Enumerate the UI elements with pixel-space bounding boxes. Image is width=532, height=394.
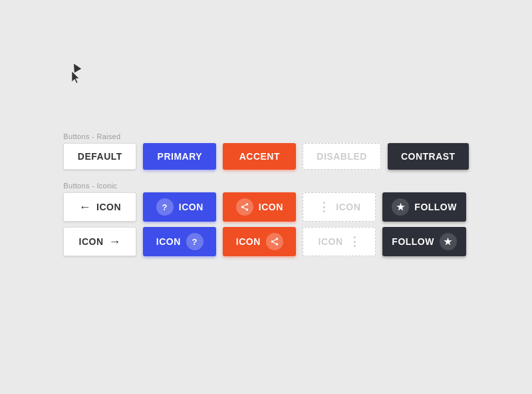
svg-point-6 <box>271 240 274 243</box>
svg-point-7 <box>276 243 279 246</box>
icon-disabled-dots-button: ⋮ ICON <box>303 192 376 222</box>
main-content: Buttons - Raised DEFAULT PRIMARY ACCENT … <box>50 119 481 275</box>
iconic-section: Buttons - Iconic ← ICON ? ICON <box>63 182 468 262</box>
raised-button-row: DEFAULT PRIMARY ACCENT DISABLED CONTRAST <box>63 143 468 170</box>
primary-button[interactable]: PRIMARY <box>143 143 216 170</box>
page-container: Buttons - Raised DEFAULT PRIMARY ACCENT … <box>0 0 532 394</box>
icon-contrast-follow2-button[interactable]: FOLLOW ★ <box>382 227 466 256</box>
svg-point-5 <box>276 238 279 240</box>
svg-point-2 <box>246 208 249 211</box>
iconic-row-1: ← ICON ? ICON <box>63 192 468 222</box>
raised-section: Buttons - Raised DEFAULT PRIMARY ACCENT … <box>63 132 468 175</box>
star-right-icon: ★ <box>440 233 457 250</box>
icon-primary-q2-button[interactable]: ICON ? <box>143 227 216 256</box>
svg-line-3 <box>243 208 246 209</box>
dots-icon: ⋮ <box>318 200 331 214</box>
share-icon <box>236 198 253 216</box>
icon-default-right-button[interactable]: ICON → <box>63 227 136 256</box>
dots-right-icon: ⋮ <box>348 234 361 249</box>
icon-disabled-dots2-button: ICON ⋮ <box>303 227 376 256</box>
share-right-icon <box>266 233 283 250</box>
arrow-right-icon: → <box>109 235 122 249</box>
icon-default-left-button[interactable]: ← ICON <box>63 192 136 222</box>
contrast-button[interactable]: CONTRAST <box>388 143 469 170</box>
svg-point-0 <box>246 203 249 206</box>
raised-section-label: Buttons - Raised <box>63 132 468 140</box>
accent-button[interactable]: ACCENT <box>223 143 296 170</box>
icon-contrast-follow-button[interactable]: ★ FOLLOW <box>382 192 466 222</box>
iconic-row-2: ICON → ICON ? ICON <box>63 227 468 256</box>
icon-accent-share-button[interactable]: ICON <box>223 192 296 222</box>
arrow-left-icon: ← <box>79 200 92 214</box>
star-icon: ★ <box>392 198 409 216</box>
question-circle-right-icon: ? <box>186 233 203 250</box>
disabled-button: DISABLED <box>303 143 381 170</box>
question-circle-icon: ? <box>156 198 174 216</box>
svg-line-9 <box>273 240 276 241</box>
default-button[interactable]: DEFAULT <box>63 143 136 170</box>
svg-line-8 <box>273 242 276 244</box>
icon-accent-share2-button[interactable]: ICON <box>223 227 296 256</box>
iconic-section-label: Buttons - Iconic <box>63 182 468 190</box>
svg-point-1 <box>241 206 244 208</box>
svg-line-4 <box>243 205 246 206</box>
icon-primary-q-button[interactable]: ? ICON <box>143 192 216 222</box>
